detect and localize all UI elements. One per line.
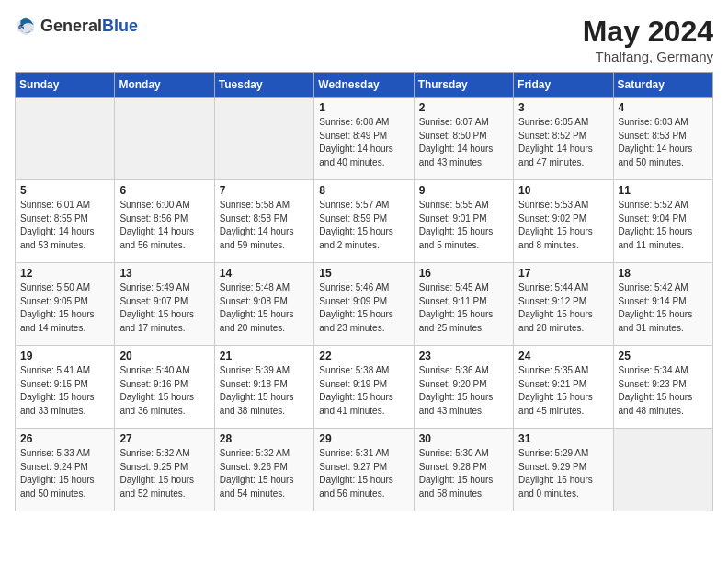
header-monday: Monday bbox=[115, 73, 214, 98]
calendar-cell: 20Sunrise: 5:40 AM Sunset: 9:16 PM Dayli… bbox=[115, 346, 214, 429]
day-info: Sunrise: 5:36 AM Sunset: 9:20 PM Dayligh… bbox=[419, 364, 508, 418]
day-number: 16 bbox=[419, 267, 508, 280]
calendar-week-1: 1Sunrise: 6:08 AM Sunset: 8:49 PM Daylig… bbox=[16, 98, 713, 180]
day-info: Sunrise: 5:53 AM Sunset: 9:02 PM Dayligh… bbox=[518, 199, 608, 252]
calendar-week-3: 12Sunrise: 5:50 AM Sunset: 9:05 PM Dayli… bbox=[16, 263, 713, 346]
calendar-cell: 19Sunrise: 5:41 AM Sunset: 9:15 PM Dayli… bbox=[16, 346, 115, 429]
logo: G GeneralBlue bbox=[15, 15, 138, 37]
day-info: Sunrise: 5:34 AM Sunset: 9:23 PM Dayligh… bbox=[619, 364, 708, 418]
day-info: Sunrise: 5:32 AM Sunset: 9:25 PM Dayligh… bbox=[119, 447, 209, 500]
day-info: Sunrise: 5:35 AM Sunset: 9:21 PM Dayligh… bbox=[518, 364, 608, 418]
calendar-cell bbox=[115, 98, 214, 180]
calendar-cell: 3Sunrise: 6:05 AM Sunset: 8:52 PM Daylig… bbox=[514, 98, 613, 180]
calendar-cell: 22Sunrise: 5:38 AM Sunset: 9:19 PM Dayli… bbox=[314, 346, 414, 429]
day-number: 21 bbox=[220, 350, 309, 362]
day-info: Sunrise: 5:46 AM Sunset: 9:09 PM Dayligh… bbox=[319, 282, 408, 335]
day-number: 15 bbox=[319, 267, 408, 280]
day-info: Sunrise: 5:55 AM Sunset: 9:01 PM Dayligh… bbox=[419, 199, 508, 252]
day-number: 18 bbox=[619, 267, 708, 280]
day-number: 17 bbox=[518, 267, 608, 280]
logo-general: General bbox=[40, 17, 102, 35]
day-info: Sunrise: 5:30 AM Sunset: 9:28 PM Dayligh… bbox=[419, 447, 508, 500]
calendar-cell: 24Sunrise: 5:35 AM Sunset: 9:21 PM Dayli… bbox=[514, 346, 613, 429]
day-number: 9 bbox=[419, 184, 508, 197]
header-friday: Friday bbox=[514, 73, 613, 98]
day-info: Sunrise: 5:42 AM Sunset: 9:14 PM Dayligh… bbox=[619, 282, 708, 335]
calendar-cell: 16Sunrise: 5:45 AM Sunset: 9:11 PM Dayli… bbox=[414, 263, 513, 346]
day-number: 7 bbox=[220, 184, 309, 197]
calendar-cell: 21Sunrise: 5:39 AM Sunset: 9:18 PM Dayli… bbox=[214, 346, 313, 429]
day-number: 2 bbox=[419, 101, 508, 114]
day-number: 27 bbox=[119, 432, 209, 445]
day-info: Sunrise: 5:50 AM Sunset: 9:05 PM Dayligh… bbox=[20, 282, 109, 335]
day-number: 13 bbox=[119, 267, 209, 280]
calendar-cell: 18Sunrise: 5:42 AM Sunset: 9:14 PM Dayli… bbox=[613, 263, 712, 346]
day-info: Sunrise: 5:49 AM Sunset: 9:07 PM Dayligh… bbox=[119, 282, 209, 335]
calendar-cell: 28Sunrise: 5:32 AM Sunset: 9:26 PM Dayli… bbox=[214, 429, 313, 511]
calendar-cell: 26Sunrise: 5:33 AM Sunset: 9:24 PM Dayli… bbox=[16, 429, 115, 511]
day-number: 26 bbox=[20, 432, 109, 445]
logo-text: GeneralBlue bbox=[40, 17, 138, 36]
day-number: 22 bbox=[319, 350, 408, 362]
calendar-cell: 27Sunrise: 5:32 AM Sunset: 9:25 PM Dayli… bbox=[115, 429, 214, 511]
calendar-week-4: 19Sunrise: 5:41 AM Sunset: 9:15 PM Dayli… bbox=[16, 346, 713, 429]
weekday-header-row: Sunday Monday Tuesday Wednesday Thursday… bbox=[16, 73, 713, 98]
day-info: Sunrise: 5:29 AM Sunset: 9:29 PM Dayligh… bbox=[518, 447, 608, 500]
day-info: Sunrise: 5:44 AM Sunset: 9:12 PM Dayligh… bbox=[518, 282, 608, 335]
calendar-cell: 6Sunrise: 6:00 AM Sunset: 8:56 PM Daylig… bbox=[115, 180, 214, 263]
day-number: 14 bbox=[220, 267, 309, 280]
day-info: Sunrise: 5:31 AM Sunset: 9:27 PM Dayligh… bbox=[319, 447, 408, 500]
title-block: May 2024 Thalfang, Germany bbox=[583, 15, 713, 64]
header-wednesday: Wednesday bbox=[314, 73, 414, 98]
day-info: Sunrise: 6:05 AM Sunset: 8:52 PM Dayligh… bbox=[518, 116, 608, 169]
calendar-week-2: 5Sunrise: 6:01 AM Sunset: 8:55 PM Daylig… bbox=[16, 180, 713, 263]
day-number: 24 bbox=[518, 350, 608, 362]
header-thursday: Thursday bbox=[414, 73, 513, 98]
calendar-cell: 14Sunrise: 5:48 AM Sunset: 9:08 PM Dayli… bbox=[214, 263, 313, 346]
day-info: Sunrise: 6:00 AM Sunset: 8:56 PM Dayligh… bbox=[119, 199, 209, 252]
day-info: Sunrise: 5:33 AM Sunset: 9:24 PM Dayligh… bbox=[20, 447, 109, 500]
calendar-cell: 23Sunrise: 5:36 AM Sunset: 9:20 PM Dayli… bbox=[414, 346, 513, 429]
day-number: 20 bbox=[119, 350, 209, 362]
day-number: 19 bbox=[20, 350, 109, 362]
page-header: G GeneralBlue May 2024 Thalfang, Germany bbox=[15, 15, 713, 64]
day-number: 28 bbox=[220, 432, 309, 445]
day-info: Sunrise: 5:32 AM Sunset: 9:26 PM Dayligh… bbox=[220, 447, 309, 500]
calendar-cell bbox=[613, 429, 712, 511]
calendar-cell: 2Sunrise: 6:07 AM Sunset: 8:50 PM Daylig… bbox=[414, 98, 513, 180]
header-saturday: Saturday bbox=[613, 73, 712, 98]
logo-blue: Blue bbox=[102, 17, 138, 35]
calendar-location: Thalfang, Germany bbox=[583, 49, 713, 64]
day-number: 30 bbox=[419, 432, 508, 445]
calendar-cell bbox=[16, 98, 115, 180]
day-info: Sunrise: 6:01 AM Sunset: 8:55 PM Dayligh… bbox=[20, 199, 109, 252]
day-info: Sunrise: 6:08 AM Sunset: 8:49 PM Dayligh… bbox=[319, 116, 408, 169]
calendar-cell: 9Sunrise: 5:55 AM Sunset: 9:01 PM Daylig… bbox=[414, 180, 513, 263]
day-number: 31 bbox=[518, 432, 608, 445]
day-info: Sunrise: 5:39 AM Sunset: 9:18 PM Dayligh… bbox=[220, 364, 309, 418]
day-number: 8 bbox=[319, 184, 408, 197]
header-sunday: Sunday bbox=[16, 73, 115, 98]
day-number: 25 bbox=[619, 350, 708, 362]
day-info: Sunrise: 6:07 AM Sunset: 8:50 PM Dayligh… bbox=[419, 116, 508, 169]
calendar-cell: 8Sunrise: 5:57 AM Sunset: 8:59 PM Daylig… bbox=[314, 180, 414, 263]
calendar-body: 1Sunrise: 6:08 AM Sunset: 8:49 PM Daylig… bbox=[16, 98, 713, 511]
day-info: Sunrise: 6:03 AM Sunset: 8:53 PM Dayligh… bbox=[619, 116, 708, 169]
calendar-cell: 10Sunrise: 5:53 AM Sunset: 9:02 PM Dayli… bbox=[514, 180, 613, 263]
calendar-week-5: 26Sunrise: 5:33 AM Sunset: 9:24 PM Dayli… bbox=[16, 429, 713, 511]
day-number: 4 bbox=[619, 101, 708, 114]
day-info: Sunrise: 5:57 AM Sunset: 8:59 PM Dayligh… bbox=[319, 199, 408, 252]
day-info: Sunrise: 5:38 AM Sunset: 9:19 PM Dayligh… bbox=[319, 364, 408, 418]
logo-icon: G bbox=[15, 15, 37, 37]
calendar-cell: 5Sunrise: 6:01 AM Sunset: 8:55 PM Daylig… bbox=[16, 180, 115, 263]
day-info: Sunrise: 5:58 AM Sunset: 8:58 PM Dayligh… bbox=[220, 199, 309, 252]
day-info: Sunrise: 5:52 AM Sunset: 9:04 PM Dayligh… bbox=[619, 199, 708, 252]
day-info: Sunrise: 5:45 AM Sunset: 9:11 PM Dayligh… bbox=[419, 282, 508, 335]
day-number: 5 bbox=[20, 184, 109, 197]
calendar-title: May 2024 bbox=[583, 15, 713, 49]
day-number: 3 bbox=[518, 101, 608, 114]
day-number: 12 bbox=[20, 267, 109, 280]
day-info: Sunrise: 5:40 AM Sunset: 9:16 PM Dayligh… bbox=[119, 364, 209, 418]
day-number: 1 bbox=[319, 101, 408, 114]
day-number: 6 bbox=[119, 184, 209, 197]
